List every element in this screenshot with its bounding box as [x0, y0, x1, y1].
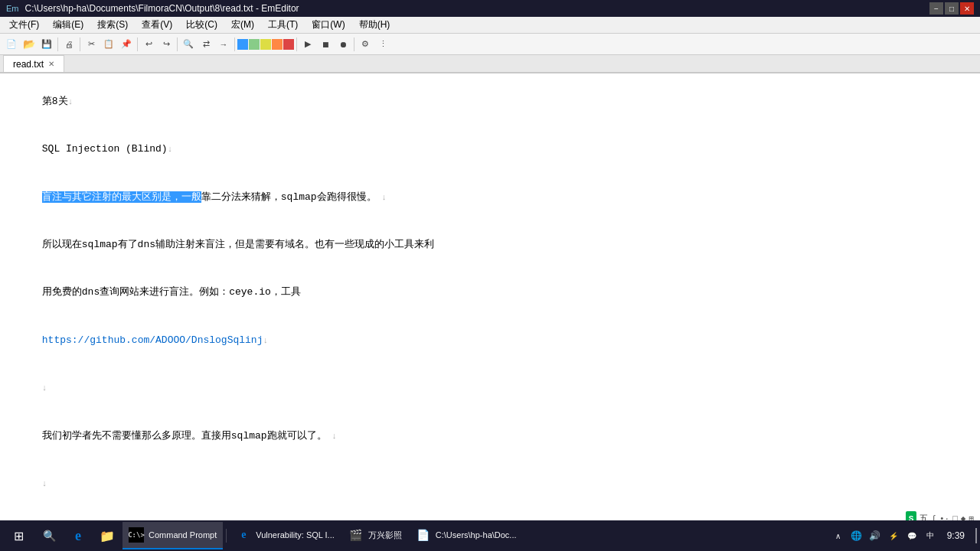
main-window: Em C:\Users\hp-ha\Documents\FilmoraCN\Ou…	[0, 0, 980, 520]
tray-network-icon[interactable]: 🌐	[849, 528, 864, 543]
line-2: SQL Injection (Blind)↓	[6, 126, 974, 173]
tb-macro1[interactable]: ▶	[299, 36, 316, 53]
toolbar-sep4	[177, 37, 178, 51]
tb-b2[interactable]	[249, 39, 260, 50]
taskbar-folder-pin[interactable]: 📁	[93, 522, 121, 549]
tray-lang-icon[interactable]: 中	[923, 528, 938, 543]
menu-tools[interactable]: 工具(T)	[262, 17, 304, 33]
line-1-text: 第8关	[42, 96, 68, 107]
menu-macro[interactable]: 宏(M)	[225, 17, 260, 33]
taskbar-vulnerability[interactable]: e Vulnerability: SQL I...	[230, 522, 341, 549]
line-3-after: 靠二分法来猜解，sqlmap会跑得很慢。	[201, 191, 377, 203]
line-3-break: ↓	[377, 193, 387, 202]
toolbar-sep3	[137, 37, 138, 51]
tb-save[interactable]: 💾	[38, 36, 55, 53]
toolbar-sep6	[296, 37, 297, 51]
tab-read-txt[interactable]: read.txt ✕	[3, 55, 64, 72]
taskbar-clock[interactable]: 9:39	[941, 530, 971, 541]
tb-b3[interactable]	[260, 39, 271, 50]
tb-b5[interactable]	[283, 39, 294, 50]
line-5-text: 用免费的dns查询网站来进行盲注。例如：ceye.io，工具	[42, 286, 301, 298]
taskbar-cmd-label: Command Prompt	[149, 530, 217, 540]
line-7: ↓	[6, 364, 974, 412]
taskbar-vulnerability-label: Vulnerability: SQL I...	[256, 530, 335, 540]
toolbar-sep7	[354, 37, 354, 51]
tb-macro2[interactable]: ⏹	[317, 36, 334, 53]
line-1-break: ↓	[68, 97, 74, 106]
folder-icon: 📁	[100, 529, 115, 543]
tb-replace[interactable]: ⇄	[198, 36, 214, 53]
toolbar-sep2	[80, 37, 80, 51]
tb-goto[interactable]: →	[215, 36, 232, 53]
tb-new[interactable]: 📄	[3, 36, 20, 53]
line-8-text: 我们初学者先不需要懂那么多原理。直接用sqlmap跑就可以了。	[42, 430, 327, 442]
taskbar-emeditor[interactable]: 📄 C:\Users\hp-ha\Doc...	[410, 522, 523, 549]
tb-redo[interactable]: ↪	[158, 36, 175, 53]
tb-more1[interactable]: ⚙	[357, 36, 374, 53]
line-1: 第8关↓	[6, 78, 974, 126]
title-bar-left: Em C:\Users\hp-ha\Documents\FilmoraCN\Ou…	[6, 3, 299, 14]
menu-view[interactable]: 查看(V)	[136, 17, 178, 33]
app-icon: Em	[6, 4, 19, 13]
edge-icon: e	[75, 528, 81, 544]
close-button[interactable]: ✕	[960, 2, 974, 15]
tb-print[interactable]: 🖨	[60, 36, 77, 53]
tray-volume-icon[interactable]: 🔊	[867, 528, 883, 543]
line-4-text: 所以现在sqlmap有了dns辅助注射来盲注，但是需要有域名。也有一些现成的小工…	[42, 239, 434, 250]
tb-copy[interactable]: 📋	[100, 36, 117, 53]
taskbar-search-icon: 🔍	[43, 530, 56, 542]
line-8: 我们初学者先不需要懂那么多原理。直接用sqlmap跑就可以了。 ↓	[6, 412, 974, 460]
start-button[interactable]: ⊞	[3, 522, 34, 549]
line-4: 所以现在sqlmap有了dns辅助注射来盲注，但是需要有域名。也有一些现成的小工…	[6, 221, 974, 269]
tb-macro3[interactable]: ⏺	[335, 36, 351, 53]
line-9: ↓	[6, 460, 974, 507]
maximize-button[interactable]: □	[945, 2, 959, 15]
editor-area[interactable]: 第8关↓ SQL Injection (Blind)↓ 盲注与其它注射的最大区别…	[0, 73, 980, 534]
menu-compare[interactable]: 比较(C)	[180, 17, 224, 33]
taskbar-emeditor-label: C:\Users\hp-ha\Doc...	[436, 530, 517, 540]
tab-close-btn[interactable]: ✕	[48, 60, 54, 68]
tray-arrow-icon[interactable]: ∧	[831, 528, 846, 543]
menu-help[interactable]: 帮助(H)	[353, 17, 397, 33]
tb-find[interactable]: 🔍	[180, 36, 197, 53]
filmora-icon: 🎬	[348, 527, 364, 543]
tab-bar: read.txt ✕	[0, 55, 980, 73]
window-title: C:\Users\hp-ha\Documents\FilmoraCN\Outpu…	[25, 3, 299, 14]
tb-b1[interactable]	[237, 39, 248, 50]
tb-paste[interactable]: 📌	[118, 36, 135, 53]
tray-battery-icon[interactable]: ⚡	[886, 528, 901, 543]
tb-undo[interactable]: ↩	[140, 36, 157, 53]
taskbar-filmora[interactable]: 🎬 万兴影照	[342, 522, 408, 549]
show-desktop-icon[interactable]	[974, 528, 977, 543]
taskbar-cmd[interactable]: C:\> Command Prompt	[122, 522, 223, 549]
title-bar: Em C:\Users\hp-ha\Documents\FilmoraCN\Ou…	[0, 0, 980, 17]
taskbar-edge-pin[interactable]: e	[64, 522, 92, 549]
taskbar-filmora-label: 万兴影照	[368, 530, 402, 541]
title-bar-controls: − □ ✕	[929, 2, 974, 15]
tb-more2[interactable]: ⋮	[374, 36, 391, 53]
line-5: 用免费的dns查询网站来进行盲注。例如：ceye.io，工具	[6, 269, 974, 317]
tb-b4[interactable]	[272, 39, 283, 50]
tray-message-icon[interactable]: 💬	[904, 528, 920, 543]
tb-open[interactable]: 📂	[21, 36, 38, 53]
menu-search[interactable]: 搜索(S)	[91, 17, 134, 33]
link-dnslogsqlinj[interactable]: https://github.com/ADOOO/DnslogSqlinj	[42, 334, 263, 346]
menu-edit[interactable]: 编辑(E)	[47, 17, 90, 33]
line-3-selected: 盲注与其它注射的最大区别是，一般	[42, 191, 201, 203]
line-6: https://github.com/ADOOO/DnslogSqlinj↓	[6, 317, 974, 364]
line-3: 盲注与其它注射的最大区别是，一般靠二分法来猜解，sqlmap会跑得很慢。 ↓	[6, 174, 974, 221]
taskbar-sep1	[226, 529, 227, 543]
minimize-button[interactable]: −	[929, 2, 943, 15]
menu-file[interactable]: 文件(F)	[3, 17, 45, 33]
taskbar-search-button[interactable]: 🔍	[35, 522, 63, 549]
tb-cut[interactable]: ✂	[83, 36, 100, 53]
tab-label: read.txt	[13, 59, 44, 70]
menu-window[interactable]: 窗口(W)	[305, 17, 351, 33]
clock-time: 9:39	[947, 530, 965, 541]
emeditor-icon: 📄	[416, 527, 431, 543]
line-2-text: SQL Injection (Blind)	[42, 143, 168, 155]
vulnerability-icon: e	[236, 527, 251, 543]
start-icon: ⊞	[14, 529, 24, 543]
menu-bar: 文件(F) 编辑(E) 搜索(S) 查看(V) 比较(C) 宏(M) 工具(T)…	[0, 17, 980, 34]
cmd-icon: C:\>	[129, 527, 144, 543]
